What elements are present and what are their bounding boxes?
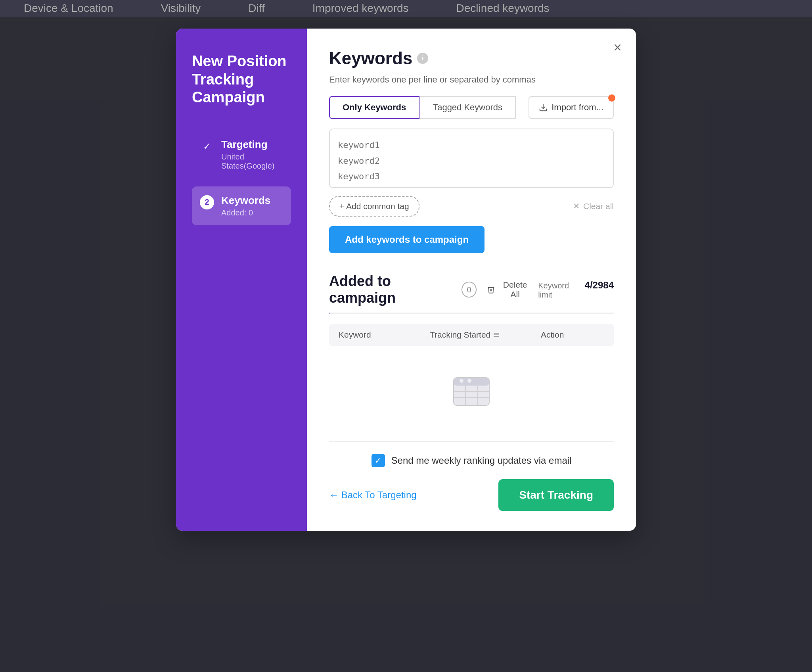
- bar-item-visibility: Visibility: [161, 2, 201, 15]
- main-content: × Keywords i Enter keywords one per line…: [307, 29, 636, 531]
- modal: New Position Tracking Campaign ✓ Targeti…: [176, 29, 636, 531]
- step-label-keywords: Keywords: [221, 194, 270, 207]
- bottom-section: ✓ Send me weekly ranking updates via ema…: [329, 441, 614, 511]
- step-label-targeting: Targeting: [221, 138, 283, 151]
- col-header-action: Action: [541, 330, 604, 340]
- bar-item-declined: Declined keywords: [456, 2, 550, 15]
- email-row: ✓ Send me weekly ranking updates via ema…: [329, 454, 614, 467]
- modal-overlay: New Position Tracking Campaign ✓ Targeti…: [0, 17, 812, 672]
- tab-only-keywords[interactable]: Only Keywords: [329, 96, 419, 119]
- close-button[interactable]: ×: [613, 40, 622, 55]
- step-info-keywords: Keywords Added: 0: [221, 194, 270, 217]
- clear-all-button[interactable]: ✕ Clear all: [573, 202, 614, 211]
- import-button[interactable]: Import from...: [529, 96, 614, 119]
- campaign-section: Added to campaign 0 Delete All Keyword l…: [329, 273, 614, 441]
- step-check-icon: ✓: [200, 139, 214, 154]
- col-header-keyword: Keyword: [339, 330, 430, 340]
- top-bar: Device & Location Visibility Diff Improv…: [0, 0, 812, 17]
- tab-bar: Only Keywords Tagged Keywords Import fro…: [329, 96, 614, 119]
- keyword-textarea[interactable]: [329, 129, 614, 188]
- import-notification-dot: [608, 94, 615, 102]
- clear-all-label: Clear all: [583, 202, 614, 211]
- bar-item-improved: Improved keywords: [312, 2, 409, 15]
- sidebar: New Position Tracking Campaign ✓ Targeti…: [176, 29, 307, 531]
- add-keywords-button[interactable]: Add keywords to campaign: [329, 226, 485, 253]
- email-label: Send me weekly ranking updates via email: [391, 455, 572, 466]
- step-sublabel-keywords: Added: 0: [221, 208, 270, 217]
- keyword-limit-total: 2984: [593, 280, 614, 290]
- import-btn-label: Import from...: [552, 102, 603, 113]
- bar-item-device: Device & Location: [24, 2, 113, 15]
- sort-icon: [494, 333, 499, 337]
- step-sublabel-targeting: United States(Google): [221, 152, 283, 171]
- keyword-limit-progress: [329, 313, 329, 314]
- back-to-targeting-button[interactable]: ← Back To Targeting: [329, 490, 417, 501]
- tab-tagged-keywords[interactable]: Tagged Keywords: [419, 96, 516, 119]
- campaign-title: Added to campaign: [329, 273, 455, 306]
- empty-state: [329, 346, 614, 441]
- delete-all-button[interactable]: Delete All: [487, 280, 532, 299]
- svg-point-3: [460, 379, 463, 383]
- sidebar-step-targeting: ✓ Targeting United States(Google): [192, 131, 291, 179]
- add-common-tag-button[interactable]: + Add common tag: [329, 196, 419, 217]
- start-tracking-button[interactable]: Start Tracking: [498, 479, 614, 511]
- keyword-limit: Keyword limit 4/2984: [538, 280, 614, 300]
- keyword-limit-label: Keyword limit: [538, 281, 581, 300]
- col-header-tracking: Tracking Started: [430, 330, 541, 340]
- keyword-limit-bar: [329, 313, 614, 314]
- tag-row: + Add common tag ✕ Clear all: [329, 196, 614, 217]
- delete-all-label: Delete All: [498, 280, 532, 299]
- step-number-icon: 2: [200, 195, 214, 209]
- section-subtitle: Enter keywords one per line or separated…: [329, 75, 614, 85]
- campaign-header: Added to campaign 0 Delete All Keyword l…: [329, 273, 614, 306]
- keyword-limit-numbers: 4/2984: [585, 280, 614, 291]
- keyword-limit-current: 4: [585, 280, 590, 290]
- section-title-text: Keywords: [329, 48, 412, 68]
- bar-item-diff: Diff: [248, 2, 265, 15]
- email-checkbox[interactable]: ✓: [372, 454, 385, 467]
- sidebar-step-keywords: 2 Keywords Added: 0: [192, 186, 291, 225]
- section-title: Keywords i: [329, 48, 614, 68]
- svg-point-4: [467, 379, 471, 383]
- campaign-count-badge: 0: [462, 282, 477, 298]
- step-info-targeting: Targeting United States(Google): [221, 138, 283, 171]
- info-icon[interactable]: i: [417, 53, 428, 64]
- table-header: Keyword Tracking Started Action: [329, 324, 614, 346]
- svg-rect-2: [454, 378, 489, 386]
- clear-all-x-icon: ✕: [573, 202, 580, 211]
- bottom-actions: ← Back To Targeting Start Tracking: [329, 479, 614, 511]
- empty-state-icon: [448, 370, 495, 409]
- sidebar-title: New Position Tracking Campaign: [192, 52, 291, 107]
